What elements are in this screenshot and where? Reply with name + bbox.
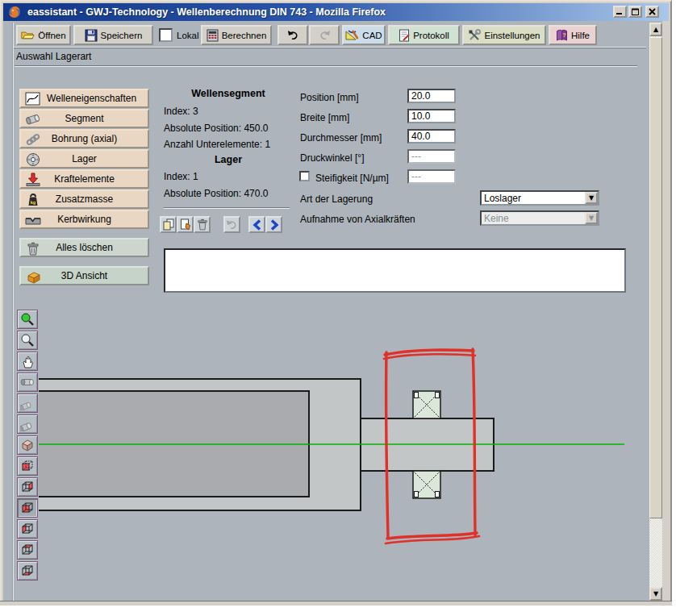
close-button[interactable] — [645, 6, 659, 18]
sidebar-item-label: Welleneigenschaften — [32, 93, 136, 104]
view-3d-button[interactable]: 3D Ansicht — [19, 266, 149, 285]
bearing-symbol-top[interactable] — [413, 391, 440, 418]
scroll-down-button[interactable]: ▼ — [649, 587, 662, 601]
window-title: eassistant - GWJ-Technology - Wellenbere… — [27, 6, 386, 18]
cad-label: CAD — [362, 31, 382, 40]
view-right-tool[interactable] — [17, 477, 38, 497]
diameter-input[interactable] — [407, 129, 456, 144]
undo-icon — [287, 30, 299, 40]
scroll-up-button[interactable]: ▲ — [649, 23, 662, 36]
bearing-type-label: Art der Lagerung — [300, 194, 373, 205]
sidebar-item-label: Segment — [65, 113, 103, 124]
axial-dropdown: Keine ▼ — [480, 210, 599, 226]
view-solid-front-tool[interactable] — [17, 456, 38, 476]
bearing-index: Index: 1 — [164, 171, 198, 182]
toolbar-separator — [14, 47, 646, 48]
help-label: Hilfe — [571, 31, 590, 40]
chevron-right-icon — [269, 219, 279, 231]
next-element-button[interactable] — [265, 216, 282, 233]
view-left-tool[interactable] — [17, 519, 38, 539]
calculate-button[interactable]: Berechnen — [201, 25, 272, 45]
cylinder-iso-icon — [20, 396, 35, 410]
redo-button[interactable] — [309, 25, 340, 45]
view-cylinder-iso2-tool[interactable] — [17, 414, 38, 434]
scrollbar-thumb[interactable] — [649, 37, 662, 518]
sidebar-item-zusatzmasse[interactable]: kg Zusatzmasse — [19, 189, 149, 209]
diameter-label: Durchmesser [mm] — [300, 132, 382, 144]
position-input[interactable] — [407, 89, 456, 103]
segment-position: Absolute Position: 450.0 — [164, 123, 268, 134]
cad-button[interactable]: CAD — [342, 25, 386, 45]
cube-bottom-face-icon — [20, 564, 35, 578]
sidebar-item-kraftelemente[interactable]: Kraftelemente — [19, 169, 149, 189]
sidebar-item-kerbwirkung[interactable]: Kerbwirkung — [19, 210, 149, 229]
view-3d-label: 3D Ansicht — [61, 270, 107, 281]
paste-element-button[interactable] — [177, 216, 194, 233]
protocol-label: Protokoll — [413, 31, 449, 40]
window-bottom-frame — [0, 601, 672, 606]
sidebar-item-label: Lager — [72, 153, 97, 164]
zoom-out-icon — [20, 333, 35, 348]
cylinder-iso-icon — [20, 417, 35, 431]
stiffness-label: Steifigkeit [N/µm] — [315, 173, 389, 184]
zoom-out-tool[interactable] — [17, 331, 38, 350]
view-top-tool[interactable] — [17, 540, 38, 560]
chevron-down-icon[interactable]: ▼ — [585, 192, 598, 204]
pressure-angle-label: Druckwinkel [°] — [300, 152, 364, 164]
settings-button[interactable]: Einstellungen — [462, 25, 546, 45]
width-input[interactable] — [407, 109, 456, 123]
bearing-type-dropdown[interactable]: Loslager ▼ — [480, 190, 599, 206]
copy-element-button[interactable] — [160, 216, 177, 233]
weight-icon: kg — [25, 193, 41, 207]
undo-button[interactable] — [277, 25, 308, 45]
cube-front-face-icon — [20, 501, 35, 515]
segment-heading: Wellensegment — [161, 88, 295, 99]
status-text: Auswahl Lagerart — [16, 51, 91, 62]
cube-3d-icon — [26, 270, 42, 285]
cube-isometric-icon — [20, 438, 35, 452]
stiffness-checkbox[interactable] — [299, 171, 310, 181]
local-checkbox[interactable] — [159, 28, 173, 42]
delete-element-button[interactable] — [194, 216, 211, 233]
curve-chart-icon — [25, 92, 41, 106]
stiffness-input — [407, 169, 456, 184]
shaft-drawing-canvas[interactable] — [39, 304, 649, 601]
sidebar-item-lager[interactable]: Lager — [19, 149, 149, 169]
zoom-in-tool[interactable] — [17, 310, 38, 329]
sidebar-item-welleneigenschaften[interactable]: Welleneigenschaften — [19, 89, 149, 108]
view-cylinder-side-tool[interactable] — [17, 373, 38, 392]
titlebar: eassistant - GWJ-Technology - Wellenbere… — [3, 3, 669, 21]
minimize-button[interactable] — [613, 6, 627, 18]
view-front-tool[interactable] — [17, 498, 38, 518]
previous-element-button[interactable] — [248, 216, 265, 233]
protocol-button[interactable]: Protokoll — [388, 25, 460, 45]
open-folder-icon — [21, 29, 35, 41]
sidebar-item-bohrung[interactable]: Bohrung (axial) — [19, 129, 149, 148]
pan-tool[interactable] — [17, 352, 38, 371]
chevron-left-icon — [252, 219, 262, 231]
sidebar-item-label: Kerbwirkung — [57, 214, 111, 225]
sidebar-item-segment[interactable]: Segment — [19, 109, 149, 128]
bearing-symbol-bottom[interactable] — [413, 471, 440, 498]
local-checkbox-group: Lokal — [159, 25, 199, 45]
delete-all-button[interactable]: Alles löschen — [19, 238, 149, 257]
view-bottom-tool[interactable] — [17, 561, 38, 581]
view-cylinder-iso1-tool[interactable] — [17, 393, 38, 413]
calculator-icon — [207, 29, 219, 42]
maximize-button[interactable] — [628, 6, 642, 18]
help-book-icon: ? — [556, 29, 568, 41]
save-button[interactable]: Speichern — [73, 25, 153, 45]
viewport-left-edge — [12, 23, 14, 601]
screenshot-stage: eassistant - GWJ-Technology - Wellenbere… — [0, 0, 676, 616]
bearing-icon — [25, 152, 41, 167]
segment-subelements: Anzahl Unterelemente: 1 — [164, 139, 270, 150]
open-button[interactable]: Öffnen — [16, 25, 71, 45]
sidebar-item-label: Kraftelemente — [54, 173, 115, 185]
view-isometric-tool[interactable] — [17, 435, 38, 455]
svg-text:?: ? — [562, 32, 565, 38]
chevron-down-icon: ▼ — [585, 212, 598, 224]
help-button[interactable]: ? Hilfe — [549, 25, 597, 45]
undo-icon — [226, 219, 238, 230]
open-label: Öffnen — [38, 31, 65, 40]
undo-element-button[interactable] — [223, 216, 240, 233]
